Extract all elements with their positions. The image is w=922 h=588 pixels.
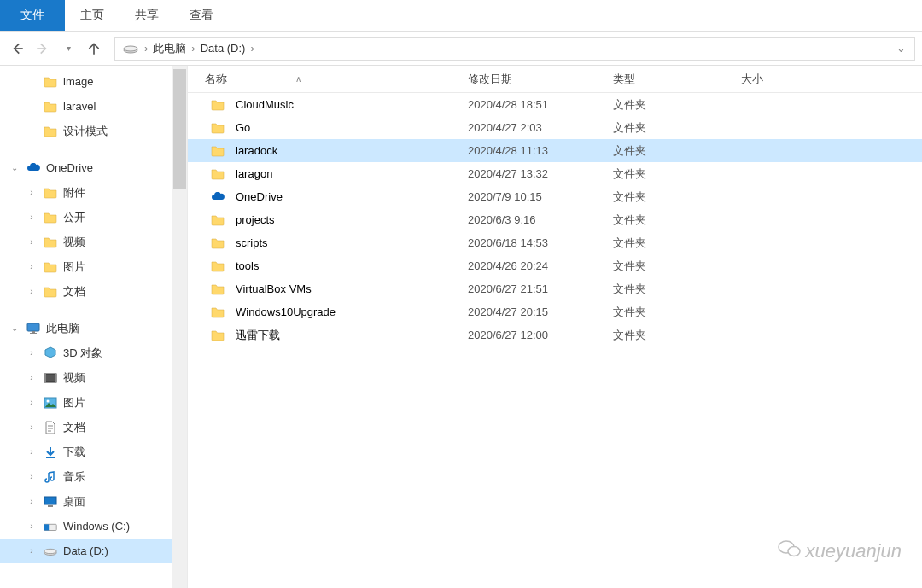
- file-row-3[interactable]: laragon2020/4/27 13:32文件夹: [188, 162, 922, 185]
- chevron-right-icon[interactable]: ›: [26, 188, 38, 197]
- tree-item-onedrive-4[interactable]: ›文档: [0, 279, 172, 304]
- file-date: 2020/4/27 13:32: [468, 167, 613, 180]
- tree-item-pc-3[interactable]: ›文档: [0, 415, 172, 440]
- file-row-8[interactable]: VirtualBox VMs2020/6/27 21:51文件夹: [188, 277, 922, 300]
- folder-icon: [210, 166, 225, 182]
- breadcrumb-drive[interactable]: Data (D:): [197, 42, 249, 55]
- tree-item-onedrive[interactable]: ⌄OneDrive: [0, 155, 172, 180]
- navigation-bar: ▾ › 此电脑 › Data (D:) › ⌄: [0, 32, 922, 66]
- tree-item-quick-2[interactable]: 设计模式: [0, 119, 172, 143]
- tree-label: 公开: [63, 210, 85, 225]
- file-row-4[interactable]: OneDrive2020/7/9 10:15文件夹: [188, 185, 922, 208]
- tree-item-pc-5[interactable]: ›音乐: [0, 464, 172, 489]
- file-date: 2020/4/28 18:51: [468, 98, 613, 111]
- chevron-right-icon[interactable]: ›: [26, 546, 38, 556]
- svg-rect-4: [30, 333, 37, 334]
- chevron-right-icon[interactable]: ›: [248, 42, 255, 55]
- file-date: 2020/6/3 9:16: [468, 213, 613, 226]
- folder-icon: [43, 185, 58, 201]
- tree-label: Data (D:): [63, 544, 108, 557]
- folder-icon: [210, 259, 225, 274]
- tree-item-pc-4[interactable]: ›下载: [0, 440, 172, 464]
- pc-icon: [26, 321, 41, 336]
- video-icon: [43, 370, 58, 386]
- recent-dropdown-icon[interactable]: ▾: [58, 38, 79, 59]
- chevron-right-icon[interactable]: ›: [26, 398, 38, 407]
- file-type: 文件夹: [613, 259, 741, 274]
- file-type: 文件夹: [613, 97, 741, 113]
- tree-item-pc-0[interactable]: ›3D 对象: [0, 341, 172, 365]
- svg-rect-5: [44, 374, 56, 382]
- chevron-right-icon[interactable]: ›: [26, 472, 38, 481]
- svg-rect-6: [44, 374, 46, 382]
- folder-icon: [43, 284, 58, 300]
- chevron-down-icon[interactable]: ⌄: [9, 323, 20, 333]
- tree-item-pc-8[interactable]: ›Data (D:): [0, 539, 172, 563]
- tree-label: 下载: [63, 445, 85, 460]
- file-date: 2020/7/9 10:15: [468, 190, 613, 203]
- chevron-right-icon[interactable]: ›: [26, 373, 38, 382]
- chevron-down-icon[interactable]: ⌄: [9, 163, 20, 172]
- file-row-7[interactable]: tools2020/4/26 20:24文件夹: [188, 254, 922, 277]
- column-name-header[interactable]: 名称 ∧: [188, 72, 468, 87]
- chevron-right-icon[interactable]: ›: [26, 262, 38, 271]
- tree-label: image: [63, 75, 93, 88]
- chevron-right-icon[interactable]: ›: [143, 42, 149, 55]
- back-button[interactable]: [7, 38, 27, 59]
- tree-item-onedrive-2[interactable]: ›视频: [0, 230, 172, 254]
- tree-item-quick-0[interactable]: image: [0, 69, 172, 94]
- svg-rect-11: [48, 505, 53, 507]
- tree-item-pc-7[interactable]: ›Windows (C:): [0, 514, 172, 539]
- chevron-right-icon[interactable]: ›: [26, 348, 38, 358]
- tree-item-pc-6[interactable]: ›桌面: [0, 489, 172, 514]
- address-bar[interactable]: › 此电脑 › Data (D:) › ⌄: [114, 37, 915, 61]
- tree-item-onedrive-0[interactable]: ›附件: [0, 180, 172, 205]
- tree-item-pc-1[interactable]: ›视频: [0, 365, 172, 390]
- svg-point-1: [124, 46, 137, 51]
- tree-item-quick-1[interactable]: laravel: [0, 94, 172, 119]
- chevron-right-icon[interactable]: ›: [26, 447, 38, 457]
- file-type: 文件夹: [613, 120, 741, 136]
- tab-file[interactable]: 文件: [0, 0, 65, 31]
- forward-button[interactable]: [32, 38, 53, 59]
- folder-icon: [210, 143, 225, 159]
- tree-item-onedrive-1[interactable]: ›公开: [0, 205, 172, 230]
- file-row-2[interactable]: laradock2020/4/28 11:13文件夹: [188, 139, 922, 162]
- column-type-header[interactable]: 类型: [613, 72, 741, 87]
- chevron-right-icon[interactable]: ›: [26, 237, 38, 247]
- file-row-10[interactable]: 迅雷下载2020/6/27 12:00文件夹: [188, 323, 922, 346]
- onedrive-icon: [26, 160, 41, 176]
- tab-home[interactable]: 主页: [65, 0, 120, 31]
- tree-item-this-pc[interactable]: ⌄此电脑: [0, 316, 172, 341]
- file-type: 文件夹: [613, 328, 741, 343]
- tree-label: 3D 对象: [63, 346, 102, 361]
- onedrive-icon: [210, 189, 225, 205]
- wechat-icon: [778, 539, 802, 564]
- file-row-9[interactable]: Windows10Upgrade2020/4/27 20:15文件夹: [188, 300, 922, 323]
- address-dropdown-icon[interactable]: ⌄: [896, 42, 906, 55]
- chevron-right-icon[interactable]: ›: [26, 212, 38, 222]
- file-row-5[interactable]: projects2020/6/3 9:16文件夹: [188, 208, 922, 231]
- folder-icon: [210, 97, 225, 113]
- chevron-right-icon[interactable]: ›: [190, 42, 196, 55]
- chevron-right-icon[interactable]: ›: [26, 287, 38, 296]
- column-size-header[interactable]: 大小: [741, 72, 826, 87]
- tab-share[interactable]: 共享: [120, 0, 174, 31]
- breadcrumb-root[interactable]: 此电脑: [149, 41, 190, 56]
- tree-item-pc-2[interactable]: ›图片: [0, 390, 172, 415]
- scrollbar-thumb[interactable]: [173, 69, 186, 189]
- up-button[interactable]: [84, 38, 104, 59]
- file-row-6[interactable]: scripts2020/6/18 14:53文件夹: [188, 231, 922, 254]
- chevron-right-icon[interactable]: ›: [26, 521, 38, 531]
- tab-view[interactable]: 查看: [174, 0, 229, 31]
- folder-icon: [210, 120, 225, 136]
- file-row-0[interactable]: CloudMusic2020/4/28 18:51文件夹: [188, 93, 922, 116]
- column-date-header[interactable]: 修改日期: [468, 72, 613, 87]
- sidebar-scrollbar[interactable]: [172, 66, 187, 588]
- tree-label: laravel: [63, 100, 96, 113]
- file-row-1[interactable]: Go2020/4/27 2:03文件夹: [188, 116, 922, 139]
- chevron-right-icon[interactable]: ›: [26, 422, 38, 432]
- tree-item-onedrive-3[interactable]: ›图片: [0, 254, 172, 279]
- file-name: scripts: [236, 236, 268, 249]
- chevron-right-icon[interactable]: ›: [26, 497, 38, 506]
